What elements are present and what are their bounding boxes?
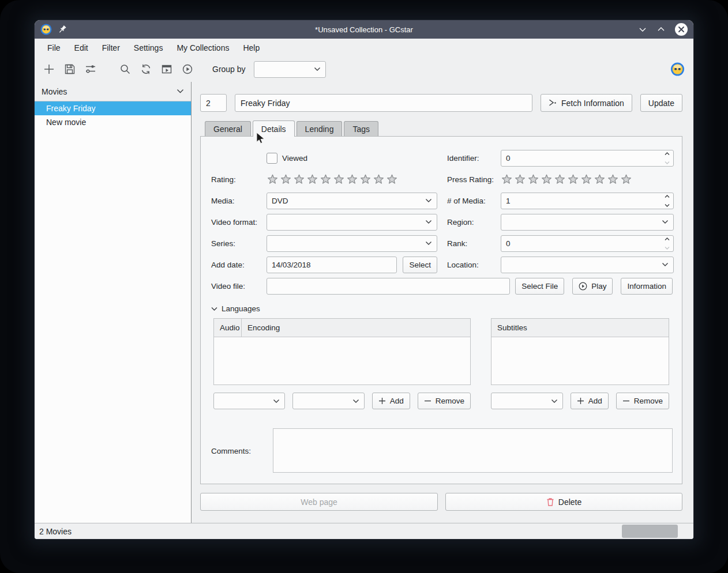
press-rating-stars[interactable]: [501, 174, 674, 185]
refresh-icon[interactable]: [140, 63, 152, 76]
menu-item[interactable]: Filter: [96, 41, 126, 55]
plus-icon: [577, 397, 584, 405]
record-title-field[interactable]: Freaky Friday: [235, 94, 532, 112]
location-combobox[interactable]: [501, 257, 674, 273]
play-circle-icon[interactable]: [181, 63, 194, 76]
spin-down-icon: [665, 203, 670, 207]
identifier-spinbox[interactable]: 0: [501, 150, 674, 167]
plus-icon: [378, 397, 386, 405]
audio-add-button[interactable]: Add: [372, 393, 410, 409]
select-date-button[interactable]: Select: [403, 257, 437, 273]
collection-header[interactable]: Movies: [35, 82, 191, 101]
record-id-field[interactable]: 2: [200, 94, 227, 112]
maximize-button[interactable]: [656, 25, 666, 34]
filters-icon[interactable]: [84, 63, 97, 76]
series-combobox[interactable]: [267, 235, 437, 252]
star-icon[interactable]: [320, 174, 332, 185]
comments-textarea[interactable]: [273, 428, 673, 473]
video-window-icon[interactable]: [160, 63, 173, 76]
video-file-label: Video file:: [211, 282, 267, 291]
web-page-button[interactable]: Web page: [200, 493, 438, 511]
close-button[interactable]: [675, 23, 688, 36]
add-icon[interactable]: [43, 63, 55, 76]
star-icon[interactable]: [541, 174, 553, 185]
star-icon[interactable]: [554, 174, 566, 185]
star-icon[interactable]: [293, 174, 305, 185]
update-button[interactable]: Update: [640, 94, 682, 112]
star-icon[interactable]: [346, 174, 358, 185]
movie-list-item[interactable]: New movie: [35, 115, 191, 129]
menu-item[interactable]: File: [42, 41, 66, 55]
delete-button[interactable]: Delete: [445, 493, 682, 511]
star-icon[interactable]: [386, 174, 398, 185]
audio-language-combobox[interactable]: [213, 393, 285, 409]
video-format-combobox[interactable]: [267, 214, 437, 231]
tab[interactable]: Details: [253, 120, 295, 137]
select-file-button[interactable]: Select File: [515, 278, 564, 295]
star-icon[interactable]: [580, 174, 592, 185]
menu-item[interactable]: My Collections: [171, 41, 235, 55]
menubar: FileEditFilterSettingsMy CollectionsHelp: [35, 39, 693, 56]
star-icon[interactable]: [514, 174, 526, 185]
chevron-down-icon[interactable]: [177, 89, 184, 94]
star-icon[interactable]: [267, 174, 279, 185]
encoding-combobox[interactable]: [292, 393, 364, 409]
star-icon[interactable]: [594, 174, 606, 185]
region-combobox[interactable]: [501, 214, 674, 231]
tab[interactable]: General: [205, 121, 251, 136]
chevron-down-icon: [314, 67, 321, 71]
tab[interactable]: Lending: [297, 121, 343, 136]
menu-item[interactable]: Settings: [128, 41, 169, 55]
search-icon[interactable]: [119, 63, 132, 76]
series-label: Series:: [211, 239, 267, 248]
status-text: 2 Movies: [39, 527, 72, 536]
num-media-spinbox[interactable]: 1: [501, 193, 674, 209]
trash-icon: [546, 497, 554, 506]
subtitles-add-button[interactable]: Add: [571, 393, 609, 409]
star-icon[interactable]: [280, 174, 292, 185]
subtitles-combobox[interactable]: [491, 393, 563, 409]
minimize-button[interactable]: [638, 25, 647, 34]
star-icon[interactable]: [620, 174, 632, 185]
titlebar[interactable]: *Unsaved Collection - GCstar: [35, 20, 693, 39]
audio-column-header[interactable]: Audio: [214, 319, 241, 337]
group-by-label: Group by: [212, 65, 246, 74]
rank-label: Rank:: [447, 239, 501, 248]
star-icon[interactable]: [527, 174, 539, 185]
star-icon[interactable]: [501, 174, 513, 185]
video-file-field[interactable]: [267, 278, 510, 295]
rank-spinbox[interactable]: 0: [501, 235, 674, 252]
audio-remove-button[interactable]: Remove: [418, 393, 471, 409]
star-icon[interactable]: [373, 174, 385, 185]
subtitles-column-header[interactable]: Subtitles: [491, 319, 669, 337]
play-button[interactable]: Play: [572, 278, 613, 295]
viewed-checkbox[interactable]: [267, 153, 277, 164]
star-icon[interactable]: [607, 174, 619, 185]
subtitles-remove-button[interactable]: Remove: [616, 393, 669, 409]
information-button[interactable]: Information: [621, 278, 673, 295]
star-icon[interactable]: [306, 174, 318, 185]
menu-item[interactable]: Edit: [69, 41, 94, 55]
fetch-information-button[interactable]: Fetch Information: [541, 94, 632, 112]
subtitles-table[interactable]: Subtitles: [491, 318, 669, 385]
spin-up-icon: [665, 195, 670, 198]
media-combobox[interactable]: DVD: [267, 193, 437, 209]
encoding-column-header[interactable]: Encoding: [241, 319, 470, 337]
rating-stars[interactable]: [267, 174, 437, 185]
languages-expander[interactable]: Languages: [211, 304, 673, 313]
details-tab-panel: Viewed Identifier: 0 Rating:: [200, 136, 682, 484]
gcstar-logo-icon: [670, 62, 685, 77]
region-label: Region:: [447, 218, 501, 227]
add-date-field[interactable]: 14/03/2018: [267, 257, 397, 273]
star-icon[interactable]: [359, 174, 371, 185]
movie-list-item[interactable]: Freaky Friday: [35, 101, 191, 115]
menu-item[interactable]: Help: [237, 41, 265, 55]
star-icon[interactable]: [567, 174, 579, 185]
tab[interactable]: Tags: [344, 121, 378, 136]
save-icon[interactable]: [63, 63, 76, 76]
audio-languages-table[interactable]: Audio Encoding: [213, 318, 471, 385]
star-icon[interactable]: [333, 174, 345, 185]
horizontal-scrollbar-thumb[interactable]: [622, 525, 678, 538]
pin-icon[interactable]: [58, 25, 67, 34]
group-by-combobox[interactable]: [254, 61, 326, 78]
